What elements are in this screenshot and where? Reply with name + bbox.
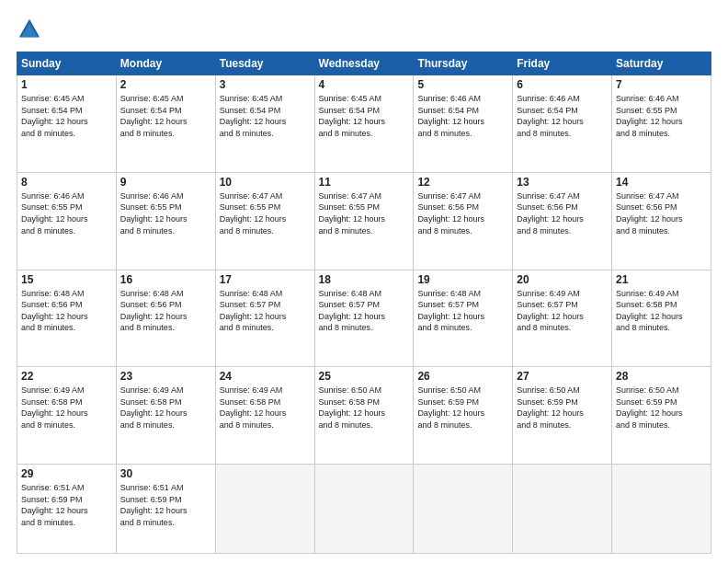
calendar-cell: 2 Sunrise: 6:45 AMSunset: 6:54 PMDayligh… <box>116 75 215 173</box>
cell-content: Sunrise: 6:45 AMSunset: 6:54 PMDaylight:… <box>220 94 287 138</box>
calendar-header-thursday: Thursday <box>414 52 513 75</box>
calendar-cell: 6 Sunrise: 6:46 AMSunset: 6:54 PMDayligh… <box>513 75 612 173</box>
cell-content: Sunrise: 6:51 AMSunset: 6:59 PMDaylight:… <box>21 483 88 527</box>
calendar-cell: 1 Sunrise: 6:45 AMSunset: 6:54 PMDayligh… <box>17 75 117 173</box>
calendar-header-monday: Monday <box>116 52 215 75</box>
day-number: 20 <box>517 273 608 286</box>
calendar-cell <box>513 465 612 554</box>
calendar-cell <box>414 465 513 554</box>
day-number: 16 <box>120 273 211 286</box>
day-number: 14 <box>616 176 707 189</box>
cell-content: Sunrise: 6:45 AMSunset: 6:54 PMDaylight:… <box>21 94 88 138</box>
logo <box>17 17 46 42</box>
header <box>17 17 711 42</box>
calendar-cell: 27 Sunrise: 6:50 AMSunset: 6:59 PMDaylig… <box>513 367 612 465</box>
calendar-week-2: 8 Sunrise: 6:46 AMSunset: 6:55 PMDayligh… <box>17 172 711 270</box>
calendar-cell: 20 Sunrise: 6:49 AMSunset: 6:57 PMDaylig… <box>513 270 612 367</box>
page: SundayMondayTuesdayWednesdayThursdayFrid… <box>0 0 728 563</box>
calendar-cell: 4 Sunrise: 6:45 AMSunset: 6:54 PMDayligh… <box>314 75 414 173</box>
day-number: 11 <box>319 176 410 189</box>
day-number: 18 <box>319 273 410 286</box>
day-number: 19 <box>417 273 508 286</box>
calendar-cell: 10 Sunrise: 6:47 AMSunset: 6:55 PMDaylig… <box>215 172 314 270</box>
calendar-cell: 8 Sunrise: 6:46 AMSunset: 6:55 PMDayligh… <box>17 172 117 270</box>
calendar-header-tuesday: Tuesday <box>215 52 314 75</box>
cell-content: Sunrise: 6:46 AMSunset: 6:55 PMDaylight:… <box>616 94 683 138</box>
day-number: 5 <box>417 78 508 91</box>
cell-content: Sunrise: 6:49 AMSunset: 6:58 PMDaylight:… <box>120 385 188 430</box>
day-number: 10 <box>220 176 311 189</box>
calendar-week-1: 1 Sunrise: 6:45 AMSunset: 6:54 PMDayligh… <box>17 75 711 173</box>
cell-content: Sunrise: 6:48 AMSunset: 6:57 PMDaylight:… <box>319 289 386 333</box>
calendar-cell: 16 Sunrise: 6:48 AMSunset: 6:56 PMDaylig… <box>116 270 215 367</box>
day-number: 23 <box>120 370 211 383</box>
calendar-header-sunday: Sunday <box>17 52 117 75</box>
cell-content: Sunrise: 6:47 AMSunset: 6:56 PMDaylight:… <box>417 191 484 236</box>
cell-content: Sunrise: 6:48 AMSunset: 6:57 PMDaylight:… <box>417 289 484 333</box>
calendar-week-5: 29 Sunrise: 6:51 AMSunset: 6:59 PMDaylig… <box>17 465 711 554</box>
day-number: 13 <box>517 176 608 189</box>
calendar-cell: 9 Sunrise: 6:46 AMSunset: 6:55 PMDayligh… <box>116 172 215 270</box>
day-number: 9 <box>120 176 211 189</box>
cell-content: Sunrise: 6:50 AMSunset: 6:59 PMDaylight:… <box>517 385 584 430</box>
calendar-cell: 22 Sunrise: 6:49 AMSunset: 6:58 PMDaylig… <box>17 367 117 465</box>
day-number: 21 <box>616 273 707 286</box>
cell-content: Sunrise: 6:46 AMSunset: 6:55 PMDaylight:… <box>120 191 188 236</box>
calendar-cell: 15 Sunrise: 6:48 AMSunset: 6:56 PMDaylig… <box>17 270 117 367</box>
cell-content: Sunrise: 6:45 AMSunset: 6:54 PMDaylight:… <box>120 94 188 138</box>
calendar-cell <box>612 465 711 554</box>
calendar-cell: 23 Sunrise: 6:49 AMSunset: 6:58 PMDaylig… <box>116 367 215 465</box>
calendar-cell: 17 Sunrise: 6:48 AMSunset: 6:57 PMDaylig… <box>215 270 314 367</box>
cell-content: Sunrise: 6:48 AMSunset: 6:56 PMDaylight:… <box>21 289 88 333</box>
cell-content: Sunrise: 6:51 AMSunset: 6:59 PMDaylight:… <box>120 483 188 527</box>
calendar-cell: 24 Sunrise: 6:49 AMSunset: 6:58 PMDaylig… <box>215 367 314 465</box>
cell-content: Sunrise: 6:50 AMSunset: 6:59 PMDaylight:… <box>616 385 683 430</box>
cell-content: Sunrise: 6:49 AMSunset: 6:58 PMDaylight:… <box>220 385 287 430</box>
calendar-cell: 5 Sunrise: 6:46 AMSunset: 6:54 PMDayligh… <box>414 75 513 173</box>
day-number: 25 <box>319 370 410 383</box>
calendar-cell <box>215 465 314 554</box>
calendar-cell: 29 Sunrise: 6:51 AMSunset: 6:59 PMDaylig… <box>17 465 117 554</box>
calendar-cell: 21 Sunrise: 6:49 AMSunset: 6:58 PMDaylig… <box>612 270 711 367</box>
cell-content: Sunrise: 6:50 AMSunset: 6:58 PMDaylight:… <box>319 385 386 430</box>
calendar-header-row: SundayMondayTuesdayWednesdayThursdayFrid… <box>17 52 711 75</box>
cell-content: Sunrise: 6:49 AMSunset: 6:58 PMDaylight:… <box>616 289 683 333</box>
day-number: 3 <box>220 78 311 91</box>
calendar-cell: 7 Sunrise: 6:46 AMSunset: 6:55 PMDayligh… <box>612 75 711 173</box>
day-number: 27 <box>517 370 608 383</box>
cell-content: Sunrise: 6:49 AMSunset: 6:57 PMDaylight:… <box>517 289 584 333</box>
calendar-cell: 14 Sunrise: 6:47 AMSunset: 6:56 PMDaylig… <box>612 172 711 270</box>
day-number: 6 <box>517 78 608 91</box>
day-number: 15 <box>21 273 112 286</box>
calendar-week-4: 22 Sunrise: 6:49 AMSunset: 6:58 PMDaylig… <box>17 367 711 465</box>
calendar-cell: 3 Sunrise: 6:45 AMSunset: 6:54 PMDayligh… <box>215 75 314 173</box>
cell-content: Sunrise: 6:46 AMSunset: 6:54 PMDaylight:… <box>417 94 484 138</box>
day-number: 7 <box>616 78 707 91</box>
day-number: 22 <box>21 370 112 383</box>
day-number: 4 <box>319 78 410 91</box>
cell-content: Sunrise: 6:47 AMSunset: 6:56 PMDaylight:… <box>616 191 683 236</box>
calendar-header-wednesday: Wednesday <box>314 52 414 75</box>
logo-icon <box>17 17 42 42</box>
day-number: 17 <box>220 273 311 286</box>
cell-content: Sunrise: 6:47 AMSunset: 6:55 PMDaylight:… <box>220 191 287 236</box>
calendar-cell: 30 Sunrise: 6:51 AMSunset: 6:59 PMDaylig… <box>116 465 215 554</box>
calendar-week-3: 15 Sunrise: 6:48 AMSunset: 6:56 PMDaylig… <box>17 270 711 367</box>
day-number: 1 <box>21 78 112 91</box>
calendar-cell: 26 Sunrise: 6:50 AMSunset: 6:59 PMDaylig… <box>414 367 513 465</box>
cell-content: Sunrise: 6:50 AMSunset: 6:59 PMDaylight:… <box>417 385 484 430</box>
calendar-cell: 19 Sunrise: 6:48 AMSunset: 6:57 PMDaylig… <box>414 270 513 367</box>
day-number: 12 <box>417 176 508 189</box>
calendar-table: SundayMondayTuesdayWednesdayThursdayFrid… <box>17 52 711 554</box>
cell-content: Sunrise: 6:47 AMSunset: 6:55 PMDaylight:… <box>319 191 386 236</box>
calendar-cell: 28 Sunrise: 6:50 AMSunset: 6:59 PMDaylig… <box>612 367 711 465</box>
calendar-header-saturday: Saturday <box>612 52 711 75</box>
cell-content: Sunrise: 6:46 AMSunset: 6:54 PMDaylight:… <box>517 94 584 138</box>
calendar-cell: 18 Sunrise: 6:48 AMSunset: 6:57 PMDaylig… <box>314 270 414 367</box>
calendar-cell: 13 Sunrise: 6:47 AMSunset: 6:56 PMDaylig… <box>513 172 612 270</box>
day-number: 8 <box>21 176 112 189</box>
calendar-cell <box>314 465 414 554</box>
cell-content: Sunrise: 6:49 AMSunset: 6:58 PMDaylight:… <box>21 385 88 430</box>
calendar-header-friday: Friday <box>513 52 612 75</box>
cell-content: Sunrise: 6:45 AMSunset: 6:54 PMDaylight:… <box>319 94 386 138</box>
